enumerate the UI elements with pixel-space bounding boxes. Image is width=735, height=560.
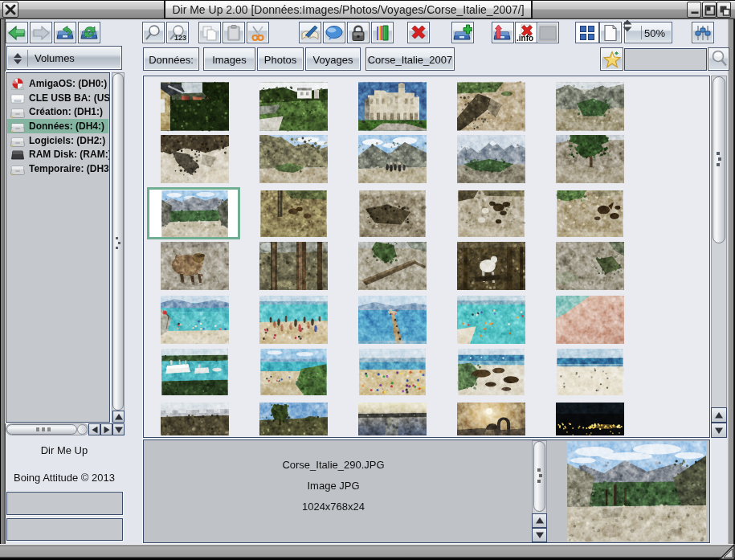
svg-text:123: 123 bbox=[174, 34, 186, 42]
svg-text:.info: .info bbox=[517, 34, 533, 42]
